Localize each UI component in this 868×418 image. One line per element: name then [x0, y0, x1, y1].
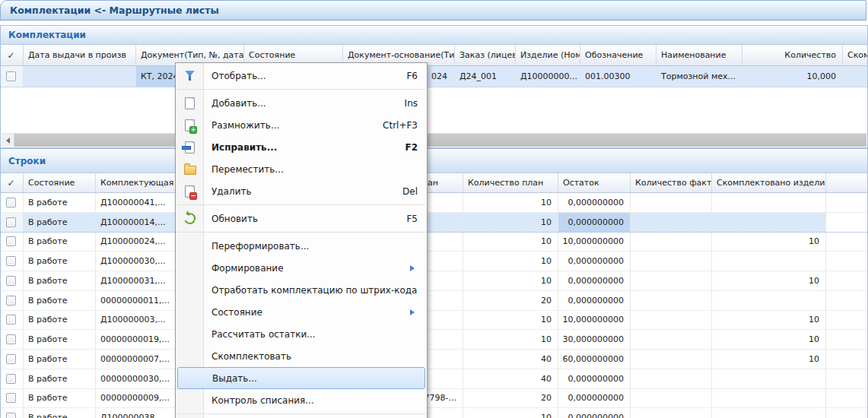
menu-item-рассчитать-остатки-[interactable]: Рассчитать остатки...: [176, 323, 427, 345]
table-cell[interactable]: [712, 389, 826, 408]
table-cell[interactable]: 10: [712, 350, 826, 369]
table-row[interactable]: В работе00000000030,...400,000000000: [1, 369, 867, 389]
column-header[interactable]: Количество: [742, 45, 843, 65]
table-cell[interactable]: [712, 213, 826, 232]
table-cell[interactable]: [631, 193, 712, 212]
table-cell[interactable]: 10: [463, 311, 558, 330]
table-cell[interactable]: 0,000000000: [558, 369, 631, 388]
table-cell[interactable]: [631, 369, 712, 388]
table-cell[interactable]: Д24_001: [455, 66, 516, 87]
menu-item-контроль-списания-[interactable]: Контроль списания...: [176, 389, 427, 411]
table-cell[interactable]: Д100000038,...: [96, 408, 176, 418]
table-cell[interactable]: В работе: [24, 291, 96, 310]
table-cell[interactable]: В работе: [24, 233, 96, 252]
column-header[interactable]: Обозначение: [580, 45, 657, 65]
table-row[interactable]: В работе00000000009,...7798-...200,00000…: [1, 389, 867, 409]
column-header[interactable]: ✓: [1, 45, 24, 65]
table-cell[interactable]: 00000000030,...: [96, 369, 176, 388]
column-header[interactable]: [826, 173, 867, 192]
table-cell[interactable]: [631, 330, 712, 349]
table-row[interactable]: В работе00000000007,...4060,00000000010: [1, 350, 867, 369]
row-checkbox[interactable]: [6, 413, 16, 418]
table-cell[interactable]: 0,000000000: [558, 213, 631, 232]
column-header[interactable]: Ском: [843, 45, 867, 65]
table-row[interactable]: В работе00000000019,...1030,00000000010: [1, 330, 867, 350]
table-cell[interactable]: 0,000000000: [558, 291, 631, 310]
column-header[interactable]: Изделие (Номе: [516, 45, 580, 65]
table-cell[interactable]: В работе: [24, 389, 96, 408]
table-cell[interactable]: [631, 311, 712, 330]
table-cell[interactable]: 00000000011,...: [96, 291, 176, 310]
scroll-left-button[interactable]: [2, 134, 14, 147]
table-cell[interactable]: [843, 66, 867, 87]
table-row[interactable]: В работеД100000030,...100,000000000: [1, 252, 867, 271]
table-cell[interactable]: 0,000000000: [558, 271, 631, 290]
column-header[interactable]: Дата выдачи в произв: [24, 45, 136, 65]
menu-item-удалить[interactable]: −УдалитьDel: [176, 180, 427, 202]
table-cell[interactable]: В работе: [24, 311, 96, 330]
table-cell[interactable]: 10,000000000: [558, 233, 631, 252]
menu-item-отработать-комплектацию-по-штрих-кодам-[interactable]: Отработать комплектацию по штрих-кодам..…: [176, 279, 427, 301]
table-cell[interactable]: 10: [712, 271, 826, 290]
table-cell[interactable]: Д100000030,...: [96, 252, 176, 271]
table-cell[interactable]: 0,000000000: [558, 408, 631, 418]
table-cell[interactable]: Д100000031,...: [96, 271, 176, 290]
column-header[interactable]: Наименование: [657, 45, 742, 65]
table-cell[interactable]: 10: [463, 213, 558, 232]
table-cell[interactable]: В работе: [24, 193, 96, 212]
menu-item-выдать-[interactable]: Выдать...: [177, 367, 425, 389]
table-cell[interactable]: 0,000000000: [558, 252, 631, 271]
table-cell[interactable]: [631, 408, 712, 418]
row-checkbox[interactable]: [6, 276, 16, 286]
table-cell[interactable]: 10: [463, 233, 558, 252]
column-header[interactable]: Количество план: [463, 173, 558, 192]
horizontal-scrollbar[interactable]: [2, 133, 866, 147]
table-row[interactable]: В работеД100000024,...1010,00000000010: [1, 233, 867, 252]
menu-item-добавить-[interactable]: Добавить...Ins: [176, 92, 427, 114]
table-cell[interactable]: 00000000009,...: [96, 389, 176, 408]
menu-item-размножить-[interactable]: +Размножить...Ctrl+F3: [176, 114, 427, 136]
row-checkbox[interactable]: [6, 198, 16, 207]
table-cell[interactable]: 10: [463, 193, 558, 212]
column-header[interactable]: Остаток: [558, 173, 631, 192]
table-cell[interactable]: 00000000019,...: [96, 330, 176, 349]
table-cell[interactable]: 40: [463, 350, 558, 369]
menu-item-исправить-[interactable]: Исправить...F2: [176, 136, 427, 158]
table-row[interactable]: В работеД100000031,...100,00000000010: [1, 271, 867, 291]
table-cell[interactable]: [631, 271, 712, 290]
table-cell[interactable]: Д100000024,...: [96, 233, 176, 252]
table-cell[interactable]: В работе: [24, 330, 96, 349]
column-header[interactable]: Комплектующая: [96, 173, 176, 192]
table-cell[interactable]: Д100000014,...: [96, 213, 176, 232]
table-row[interactable]: В работеД100000003,...1010,00000000010: [1, 311, 867, 331]
table-row[interactable]: В работеД100000038,...100,000000000: [1, 408, 867, 418]
table-cell[interactable]: В работе: [24, 408, 96, 418]
table-cell[interactable]: [631, 213, 712, 232]
table-row[interactable]: В работеД100000041,...100,000000000: [1, 193, 867, 213]
table-cell[interactable]: [712, 291, 826, 310]
table-row[interactable]: В работе00000000011,...200,000000000: [1, 291, 867, 311]
table-cell[interactable]: Д10000000...: [516, 66, 580, 87]
table-cell[interactable]: 60,000000000: [558, 350, 631, 369]
table-row[interactable]: КТ, 2024024Д24_001Д10000000...001.00300Т…: [1, 66, 867, 87]
table-cell[interactable]: [631, 389, 712, 408]
table-cell[interactable]: Д100000041,...: [96, 193, 176, 212]
table-cell[interactable]: [631, 252, 712, 271]
table-cell[interactable]: 10: [712, 233, 826, 252]
menu-item-отобрать-[interactable]: Отобрать...F6: [176, 65, 427, 87]
table-cell[interactable]: [712, 193, 826, 212]
row-checkbox[interactable]: [6, 393, 16, 403]
table-cell[interactable]: Д100000003,...: [96, 311, 176, 330]
row-checkbox[interactable]: [6, 354, 16, 364]
menu-item-переформировать-[interactable]: Переформировать...: [176, 235, 427, 257]
table-row[interactable]: В работеД100000014,...100,000000000: [1, 213, 867, 233]
table-cell[interactable]: 10,000: [742, 66, 843, 87]
table-cell[interactable]: 10,000000000: [558, 311, 631, 330]
row-checkbox[interactable]: [6, 374, 16, 384]
table-cell[interactable]: [631, 291, 712, 310]
table-cell[interactable]: 30,000000000: [558, 330, 631, 349]
scrollbar-thumb[interactable]: [14, 134, 866, 147]
table-cell[interactable]: 10: [463, 252, 558, 271]
column-header[interactable]: Состояние: [24, 173, 96, 192]
table-cell[interactable]: 10: [712, 311, 826, 330]
